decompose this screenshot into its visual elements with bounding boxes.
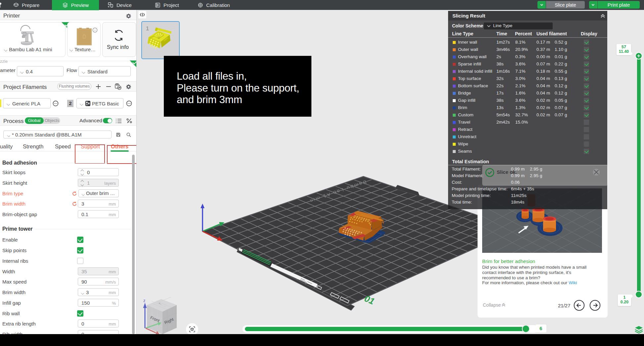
svg-text:i: i	[95, 28, 96, 32]
svg-text:z: z	[143, 298, 146, 303]
